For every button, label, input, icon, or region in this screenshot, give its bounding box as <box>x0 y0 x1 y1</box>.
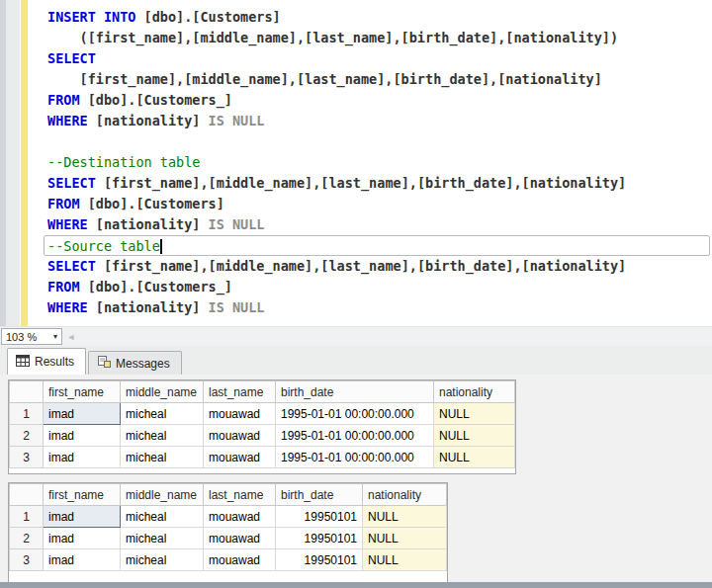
cell-first_name[interactable]: imad <box>44 528 121 549</box>
messages-icon <box>97 356 111 371</box>
editor-bottom-bar: 103 % ▾ ◄ <box>0 326 712 346</box>
code-line[interactable]: WHERE [nationality] IS NULL <box>47 297 710 318</box>
code-line[interactable]: WHERE [nationality] IS NULL <box>47 111 710 131</box>
column-header-birth_date[interactable]: birth_date <box>276 381 434 403</box>
code-line[interactable]: SELECT [first_name],[middle_name],[last_… <box>47 256 710 277</box>
cell-birth_date[interactable]: 1995-01-01 00:00:00.000 <box>276 425 434 447</box>
cell-nationality[interactable]: NULL <box>434 447 515 468</box>
grid-corner[interactable] <box>10 484 44 506</box>
cell-middle_name[interactable]: micheal <box>121 528 204 549</box>
cell-first_name[interactable]: imad <box>44 549 121 571</box>
column-header-middle_name[interactable]: middle_name <box>121 484 204 506</box>
code-token: SELECT <box>47 50 96 66</box>
row-number[interactable]: 3 <box>10 447 44 468</box>
cell-last_name[interactable]: mouawad <box>204 549 276 571</box>
table-row: 3imadmichealmouawad19950101NULL <box>10 549 447 571</box>
tab-results[interactable]: Results <box>7 348 86 375</box>
cell-birth_date[interactable]: 19950101 <box>276 528 363 549</box>
code-token: [first_name],[middle_name],[last_name],[… <box>47 71 602 87</box>
bottom-splitter-bar[interactable] <box>0 582 712 588</box>
tab-messages[interactable]: Messages <box>88 351 182 375</box>
tab-label: Results <box>35 355 74 369</box>
column-header-last_name[interactable]: last_name <box>204 484 276 506</box>
cell-nationality[interactable]: NULL <box>363 528 447 549</box>
tab-label: Messages <box>116 357 170 371</box>
code-token: IS NULL <box>200 299 264 315</box>
cell-last_name[interactable]: mouawad <box>204 403 276 425</box>
column-header-last_name[interactable]: last_name <box>204 381 276 403</box>
code-line[interactable]: FROM [dbo].[Customers_] <box>47 277 710 297</box>
cell-nationality[interactable]: NULL <box>434 403 515 425</box>
cell-first_name[interactable]: imad <box>44 425 121 447</box>
cell-nationality[interactable]: NULL <box>363 549 447 571</box>
column-header-first_name[interactable]: first_name <box>44 484 121 506</box>
code-token: WHERE <box>47 299 88 315</box>
code-area[interactable]: INSERT INTO [dbo].[Customers] ([first_na… <box>47 7 710 318</box>
code-token: [dbo].[Customers] <box>135 9 280 25</box>
cell-middle_name[interactable]: micheal <box>121 549 204 571</box>
column-header-middle_name[interactable]: middle_name <box>121 381 204 403</box>
code-token: WHERE <box>47 113 88 128</box>
cell-middle_name[interactable]: micheal <box>121 403 204 425</box>
code-token: [nationality] <box>88 113 201 128</box>
cell-birth_date[interactable]: 19950101 <box>276 549 363 571</box>
row-number[interactable]: 2 <box>10 425 44 447</box>
scroll-left-button[interactable]: ◄ <box>62 328 80 345</box>
code-line[interactable] <box>47 131 710 152</box>
zoom-level-value: 103 % <box>6 331 37 343</box>
cell-birth_date[interactable]: 1995-01-01 00:00:00.000 <box>276 447 434 468</box>
code-line[interactable]: FROM [dbo].[Customers_] <box>47 90 710 111</box>
code-line[interactable]: SELECT <box>47 48 710 69</box>
cell-middle_name[interactable]: micheal <box>121 447 204 468</box>
code-token: ([first_name],[middle_name],[last_name],… <box>47 30 618 45</box>
code-line[interactable]: WHERE [nationality] IS NULL <box>47 214 710 235</box>
chevron-down-icon[interactable]: ▾ <box>53 333 57 341</box>
code-line[interactable]: [first_name],[middle_name],[last_name],[… <box>47 69 710 90</box>
cell-birth_date[interactable]: 19950101 <box>276 506 363 528</box>
code-token: --Source table <box>47 238 160 254</box>
column-header-nationality[interactable]: nationality <box>434 381 515 403</box>
table-row: 3imadmichealmouawad1995-01-01 00:00:00.0… <box>10 447 515 468</box>
code-token: [nationality] <box>88 216 201 232</box>
cell-birth_date[interactable]: 1995-01-01 00:00:00.000 <box>276 403 434 425</box>
column-header-nationality[interactable]: nationality <box>363 484 447 506</box>
code-token: FROM <box>47 196 80 211</box>
code-line[interactable]: SELECT [first_name],[middle_name],[last_… <box>47 173 710 194</box>
code-line[interactable]: --Source table <box>44 235 710 256</box>
cell-nationality[interactable]: NULL <box>363 506 447 528</box>
results-grid-1: first_namemiddle_namelast_namebirth_date… <box>8 379 516 474</box>
code-token: WHERE <box>47 216 88 232</box>
horizontal-scrollbar-track[interactable] <box>80 328 712 345</box>
cell-nationality[interactable]: NULL <box>434 425 515 447</box>
table-row: 2imadmichealmouawad19950101NULL <box>10 528 447 549</box>
grid-corner[interactable] <box>10 381 44 403</box>
row-number[interactable]: 3 <box>10 549 44 571</box>
cell-last_name[interactable]: mouawad <box>204 506 276 528</box>
code-token: [first_name],[middle_name],[last_name],[… <box>96 175 626 191</box>
cell-last_name[interactable]: mouawad <box>204 447 276 468</box>
cell-first_name[interactable]: imad <box>44 403 121 425</box>
sql-editor[interactable]: INSERT INTO [dbo].[Customers] ([first_na… <box>0 0 712 326</box>
zoom-level-combobox[interactable]: 103 % ▾ <box>1 328 62 345</box>
cell-middle_name[interactable]: micheal <box>121 506 204 528</box>
cell-first_name[interactable]: imad <box>44 447 121 468</box>
results-pane: first_namemiddle_namelast_namebirth_date… <box>0 375 712 582</box>
cell-first_name[interactable]: imad <box>44 506 121 528</box>
code-token: SELECT <box>47 258 96 274</box>
row-number[interactable]: 2 <box>10 528 44 549</box>
cell-middle_name[interactable]: micheal <box>121 425 204 447</box>
code-line[interactable]: FROM [dbo].[Customers] <box>47 194 710 214</box>
results-tab-strip: Results Messages <box>0 346 712 375</box>
code-line[interactable]: INSERT INTO [dbo].[Customers] <box>47 7 710 28</box>
column-header-birth_date[interactable]: birth_date <box>276 484 363 506</box>
row-number[interactable]: 1 <box>10 506 44 528</box>
cell-last_name[interactable]: mouawad <box>204 425 276 447</box>
code-token: [dbo].[Customers_] <box>80 92 232 108</box>
table-row: 1imadmichealmouawad19950101NULL <box>10 506 447 528</box>
table-row: 2imadmichealmouawad1995-01-01 00:00:00.0… <box>10 425 515 447</box>
cell-last_name[interactable]: mouawad <box>204 528 276 549</box>
row-number[interactable]: 1 <box>10 403 44 425</box>
column-header-first_name[interactable]: first_name <box>44 381 121 403</box>
code-line[interactable]: --Destination table <box>47 152 710 173</box>
code-line[interactable]: ([first_name],[middle_name],[last_name],… <box>47 28 710 48</box>
